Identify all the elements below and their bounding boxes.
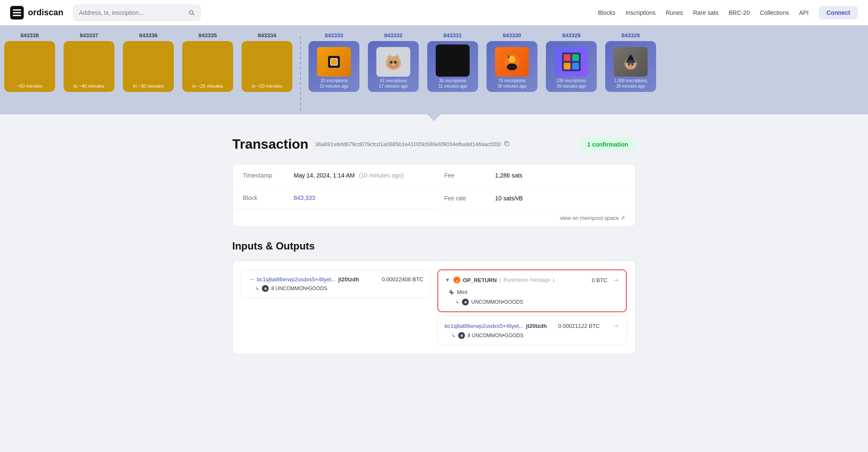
output-sub: ↳ ⊕ 9 UNCOMMON•GOODS <box>445 332 620 339</box>
block-item-843329[interactable]: 843329 236 inscriptions 39 minutes ago <box>542 32 601 92</box>
copy-icon[interactable] <box>504 140 510 148</box>
block-item-pending-5[interactable]: 843334 In ~10 minutes <box>237 32 297 92</box>
block-time: 39 minutes ago <box>557 84 586 89</box>
block-label: Block <box>243 194 294 201</box>
tx-header: Transaction 36a691afefd679cd079cfcd1a068… <box>232 136 636 152</box>
block-box[interactable]: 1,008 inscriptions 39 minutes ago <box>605 41 656 92</box>
block-box[interactable]: 236 inscriptions 39 minutes ago <box>546 41 597 92</box>
divider <box>300 36 301 110</box>
output-address[interactable]: bc1q8at86erwp2usdxs5×4llyet... jt20tzdh <box>445 323 547 329</box>
search-button[interactable] <box>188 9 195 16</box>
block-item-843328[interactable]: 843328 1,008 inscriptions 39 minutes ago <box>601 32 660 92</box>
op-return-label: 🔥 OP_RETURN ( Runestone message ) <box>453 277 554 283</box>
timestamp-ago: (10 minutes ago) <box>359 172 403 179</box>
page-title: Transaction <box>232 136 309 152</box>
block-thumbnail-icon <box>621 53 640 71</box>
mempool-link[interactable]: view on mempool.space ↗ <box>233 209 635 226</box>
timestamp-row: Timestamp May 14, 2024, 1:14 AM (10 minu… <box>233 164 434 187</box>
strip-pointer-container <box>0 114 868 121</box>
nav-rare-sats[interactable]: Rare sats <box>693 9 718 16</box>
io-container: → bc1q8at86erwp2usdxs5×4llyet... jt20tzd… <box>232 261 636 354</box>
svg-rect-7 <box>331 58 337 65</box>
block-time: 36 minutes ago <box>498 84 526 89</box>
block-time: 39 minutes ago <box>616 84 645 89</box>
block-thumbnail-icon <box>562 53 581 71</box>
block-inscriptions: 36 inscriptions <box>439 78 466 83</box>
op-return-item: ▼ 🔥 OP_RETURN ( Runestone message ) 0 BT… <box>437 269 627 312</box>
block-box[interactable]: In ~20 minutes <box>182 41 233 92</box>
block-time: 31 minutes ago <box>438 84 467 89</box>
block-box[interactable]: In ~10 minutes <box>242 41 292 92</box>
op-return-text: OP_RETURN <box>463 277 497 283</box>
nav-blocks[interactable]: Blocks <box>598 9 615 16</box>
block-item-843330[interactable]: 843330 76 inscriptions 36 minutes ago <box>482 32 542 92</box>
hash-text: 36a691afefd679cd079cfcd1a0685b1e41035b58… <box>315 141 501 147</box>
search-input[interactable] <box>79 9 188 16</box>
nav-links: Blocks Inscriptions Runes Rare sats BRC-… <box>598 6 858 19</box>
output-address-row: bc1q8at86erwp2usdxs5×4llyet... jt20tzdh … <box>445 322 620 330</box>
block-item-pending-1[interactable]: 843338 ~50 minutes <box>0 32 59 92</box>
confirmation-badge: 1 confirmation <box>580 138 636 151</box>
svg-rect-18 <box>508 55 509 58</box>
nav-brc20[interactable]: BRC-20 <box>729 9 750 16</box>
block-item-pending-3[interactable]: 843336 In ~30 minutes <box>119 32 178 92</box>
output-amount: 0.00021122 BTC <box>558 323 600 329</box>
blocks-strip: 843338 ~50 minutes 843337 In ~40 minutes… <box>0 25 868 114</box>
block-box[interactable]: In ~40 minutes <box>64 41 114 92</box>
input-side: → bc1q8at86erwp2usdxs5×4llyet... jt20tzd… <box>241 269 431 345</box>
block-box[interactable]: 76 inscriptions 36 minutes ago <box>487 41 537 92</box>
search-icon <box>188 9 195 16</box>
svg-point-29 <box>629 66 632 68</box>
nav-api[interactable]: API <box>799 9 809 16</box>
block-item-843331[interactable]: 843331 36 inscriptions 31 minutes ago <box>423 32 482 92</box>
connect-button[interactable]: Connect <box>819 6 858 19</box>
svg-rect-2 <box>13 12 21 13</box>
rune-sub-row: ↳ ⊕ UNCOMMON•GOODS <box>445 299 619 305</box>
logo-text: ordiscan <box>28 8 63 17</box>
input-item: → bc1q8at86erwp2usdxs5×4llyet... jt20tzd… <box>241 269 431 298</box>
runestone-label: ( <box>499 277 501 283</box>
svg-rect-23 <box>572 63 579 69</box>
svg-rect-30 <box>506 142 509 146</box>
input-address-short: bc1q8at86erwp2usdxs5×4llyet... <box>257 276 336 283</box>
transaction-hash: 36a691afefd679cd079cfcd1a0685b1e41035b58… <box>315 140 510 148</box>
block-inscriptions: 33 inscriptions <box>320 78 348 83</box>
input-address[interactable]: → bc1q8at86erwp2usdxs5×4llyet... jt20tzd… <box>248 276 359 283</box>
svg-rect-22 <box>564 63 570 69</box>
svg-point-17 <box>507 64 517 70</box>
block-item-pending-4[interactable]: 843335 In ~20 minutes <box>178 32 237 92</box>
block-item-843333[interactable]: 843333 33 inscriptions 10 minutes ago <box>304 32 364 92</box>
rune-icon: ⊕ <box>262 285 269 292</box>
block-thumbnail-icon <box>503 53 521 71</box>
svg-rect-20 <box>564 54 570 61</box>
nav-runes[interactable]: Runes <box>666 9 683 16</box>
block-item-843332[interactable]: 843332 42 inscriptions 17 minutes ago <box>364 32 423 92</box>
block-thumbnail-icon <box>326 54 342 69</box>
input-sub: ↳ ⊕ 8 UNCOMMON•GOODS <box>248 285 423 292</box>
block-box[interactable]: 42 inscriptions 17 minutes ago <box>368 41 419 92</box>
block-item-pending-2[interactable]: 843337 In ~40 minutes <box>59 32 119 92</box>
logo[interactable]: ordiscan <box>10 6 63 19</box>
rune-indent-icon: ↳ <box>455 299 459 305</box>
tx-details-grid: Timestamp May 14, 2024, 1:14 AM (10 minu… <box>233 164 635 209</box>
block-value[interactable]: 843,333 <box>294 194 315 201</box>
block-box[interactable]: 33 inscriptions 10 minutes ago <box>309 41 359 92</box>
block-number: 843335 <box>198 32 217 39</box>
block-number: 843332 <box>384 32 402 39</box>
block-number: 843331 <box>443 32 462 39</box>
svg-point-27 <box>628 64 630 66</box>
block-box[interactable]: ~50 minutes <box>4 41 55 92</box>
main-content: Transaction 36a691afefd679cd079cfcd1a068… <box>222 121 646 380</box>
runestone-message: Runestone message <box>504 277 550 283</box>
block-number: 843334 <box>258 32 276 39</box>
svg-point-26 <box>626 60 636 64</box>
block-label: In ~30 minutes <box>133 83 164 89</box>
block-box[interactable]: 36 inscriptions 31 minutes ago <box>427 41 478 92</box>
block-box[interactable]: In ~30 minutes <box>123 41 174 92</box>
output-item-2: bc1q8at86erwp2usdxs5×4llyet... jt20tzdh … <box>437 316 627 345</box>
nav-collections[interactable]: Collections <box>760 9 789 16</box>
input-sub-amount: 8 UNCOMMON•GOODS <box>271 286 327 291</box>
timestamp-label: Timestamp <box>243 172 294 179</box>
nav-inscriptions[interactable]: Inscriptions <box>626 9 656 16</box>
svg-rect-3 <box>13 15 21 16</box>
